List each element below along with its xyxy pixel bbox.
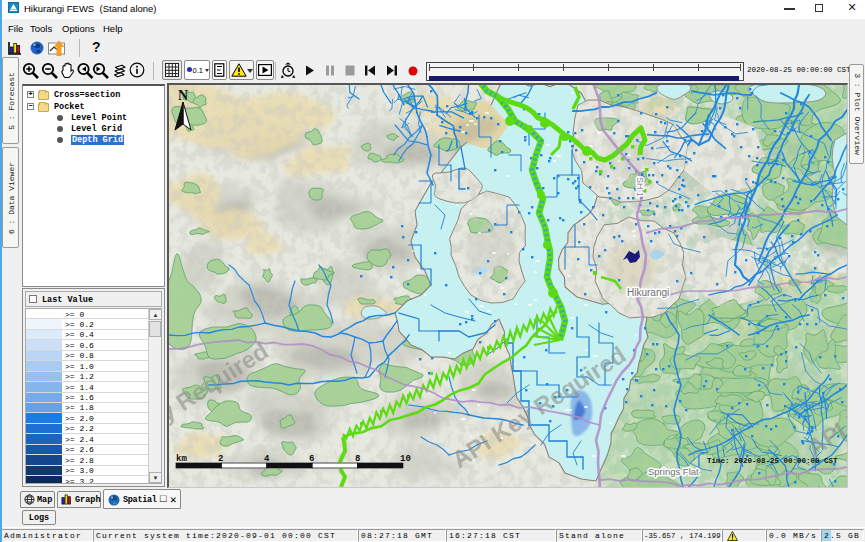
svg-text:SH 1: SH 1 — [635, 177, 645, 197]
svg-text:N: N — [178, 88, 188, 103]
svg-text:8: 8 — [355, 454, 360, 464]
svg-text:6: 6 — [309, 454, 314, 464]
svg-text:10: 10 — [400, 454, 411, 464]
svg-text:Time: 2020-08-25 00:00:00 CST: Time: 2020-08-25 00:00:00 CST — [707, 457, 838, 465]
svg-text:Springs Flat: Springs Flat — [648, 466, 699, 477]
svg-text:4: 4 — [264, 454, 270, 464]
svg-text:km: km — [176, 454, 187, 464]
svg-text:Hikurangi: Hikurangi — [627, 287, 669, 298]
svg-text:2: 2 — [218, 454, 223, 464]
